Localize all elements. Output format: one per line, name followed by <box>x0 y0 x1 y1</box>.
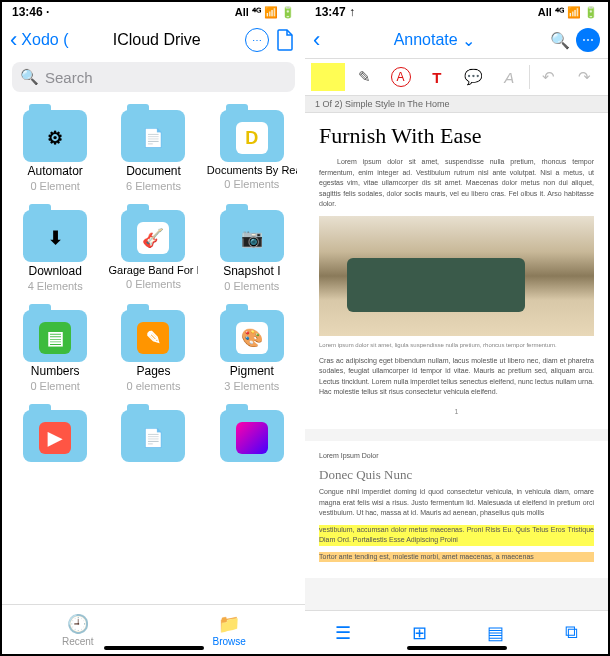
app-icon: ▶ <box>39 422 71 454</box>
nav-title: ICloud Drive <box>72 31 241 49</box>
outline-icon[interactable]: ☰ <box>335 622 351 644</box>
comment-tool[interactable]: 💬 <box>456 63 490 91</box>
document-page-1: Furnish With Ease Lorem ipsum dolor sit … <box>305 113 608 429</box>
folder-partial-3[interactable] <box>205 410 299 462</box>
page-indicator-strip: 1 Of 2) Simple Style In The Home <box>305 96 608 113</box>
circle-text-tool[interactable]: A <box>384 63 418 91</box>
document-icon: 📄 <box>137 122 169 154</box>
pages-icon: ✎ <box>137 322 169 354</box>
redo-button[interactable]: ↷ <box>568 63 602 91</box>
doc-subheading: Donec Quis Nunc <box>319 467 594 483</box>
status-time: 13:46 · <box>12 5 49 19</box>
home-indicator[interactable] <box>407 646 507 650</box>
search-icon: 🔍 <box>20 68 39 86</box>
folder-partial-1[interactable]: ▶ <box>8 410 102 462</box>
reader-icon[interactable]: ▤ <box>487 622 504 644</box>
folder-numbers[interactable]: ▤Numbers0 Element <box>8 310 102 392</box>
highlighted-text-yellow: vestibulum, accumsan dolor metus maecena… <box>319 525 594 546</box>
back-chevron-icon[interactable]: ‹ <box>10 27 17 53</box>
folder-automator[interactable]: ⚙Automator0 Element <box>8 110 102 192</box>
toolbar-separator <box>529 65 530 89</box>
files-app-screen: 13:46 · All ⁴ᴳ 📶 🔋 ‹ Xodo ( ICloud Drive… <box>2 2 305 654</box>
annotate-app-screen: 13:47 ↑ All ⁴ᴳ 📶 🔋 ‹ Annotate⌄ 🔍 ⋯ ✎ A T… <box>305 2 608 654</box>
back-chevron-icon[interactable]: ‹ <box>313 27 320 53</box>
folder-document[interactable]: 📄Document6 Elements <box>106 110 200 192</box>
folder-grid: ⚙Automator0 Element 📄Document6 Elements … <box>2 96 305 604</box>
image-caption: Lorem ipsum dolor sit amet, ligula suspe… <box>319 342 594 348</box>
document-viewer[interactable]: 1 Of 2) Simple Style In The Home Furnish… <box>305 96 608 610</box>
readdle-icon: D <box>236 122 268 154</box>
folder-snapshot[interactable]: 📷Snapshot I0 Elements <box>205 210 299 292</box>
doc-paragraph: Congue nihil imperdiet doming id quod co… <box>319 487 594 519</box>
search-placeholder: Search <box>45 69 93 86</box>
nav-title-dropdown[interactable]: Annotate⌄ <box>324 31 544 50</box>
more-options-icon[interactable]: ⋯ <box>245 28 269 52</box>
thumbnails-icon[interactable]: ⊞ <box>412 622 427 644</box>
status-bar: 13:47 ↑ All ⁴ᴳ 📶 🔋 <box>305 2 608 22</box>
page-gap <box>305 429 608 441</box>
folder-garageband[interactable]: 🎸Garage Band For IOS0 Elements <box>106 210 200 292</box>
folder-documents-readdle[interactable]: DDocuments By Readdle0 Elements <box>205 110 299 192</box>
tabs-icon[interactable]: ⧉ <box>565 622 578 643</box>
status-icons: All ⁴ᴳ 📶 🔋 <box>235 6 295 19</box>
back-button[interactable]: Xodo ( <box>21 31 68 49</box>
garageband-icon: 🎸 <box>137 222 169 254</box>
highlighter-tool[interactable] <box>311 63 345 91</box>
doc-small-text: Lorem Ipsum Dolor <box>319 451 594 462</box>
document-image <box>319 216 594 336</box>
doc-paragraph: Cras ac adipiscing eget bibendum nullam,… <box>319 356 594 398</box>
download-icon: ⬇ <box>39 222 71 254</box>
nav-bar: ‹ Annotate⌄ 🔍 ⋯ <box>305 22 608 58</box>
folder-download[interactable]: ⬇Download4 Elements <box>8 210 102 292</box>
document-icon: 📄 <box>137 422 169 454</box>
font-style-tool[interactable]: A <box>492 63 526 91</box>
nav-bar: ‹ Xodo ( ICloud Drive ⋯ <box>2 22 305 58</box>
folder-pigment[interactable]: 🎨Pigment3 Elements <box>205 310 299 392</box>
status-bar: 13:46 · All ⁴ᴳ 📶 🔋 <box>2 2 305 22</box>
camera-icon: 📷 <box>236 222 268 254</box>
more-menu-icon[interactable]: ⋯ <box>576 28 600 52</box>
undo-button[interactable]: ↶ <box>532 63 566 91</box>
folder-pages[interactable]: ✎Pages0 elements <box>106 310 200 392</box>
pigment-icon: 🎨 <box>236 322 268 354</box>
clock-icon: 🕘 <box>67 613 89 635</box>
page-number: 1 <box>319 404 594 419</box>
search-input[interactable]: 🔍 Search <box>12 62 295 92</box>
annotation-toolbar: ✎ A T 💬 A ↶ ↷ <box>305 58 608 96</box>
doc-heading: Furnish With Ease <box>319 123 594 149</box>
gear-icon: ⚙ <box>39 122 71 154</box>
text-tool[interactable]: T <box>420 63 454 91</box>
home-indicator[interactable] <box>104 646 204 650</box>
folder-icon: 📁 <box>218 613 240 635</box>
search-icon[interactable]: 🔍 <box>548 28 572 52</box>
highlighted-text-orange: Tortor ante tending est, molestie morbi,… <box>319 552 594 563</box>
new-document-icon[interactable] <box>273 28 297 52</box>
numbers-icon: ▤ <box>39 322 71 354</box>
status-icons: All ⁴ᴳ 📶 🔋 <box>538 6 598 19</box>
chevron-down-icon: ⌄ <box>462 31 475 50</box>
folder-partial-2[interactable]: 📄 <box>106 410 200 462</box>
pen-tool[interactable]: ✎ <box>347 63 381 91</box>
document-page-2: Lorem Ipsum Dolor Donec Quis Nunc Congue… <box>305 441 608 579</box>
status-time: 13:47 ↑ <box>315 5 355 19</box>
shortcuts-icon <box>236 422 268 454</box>
doc-paragraph: Lorem ipsum dolor sit amet, suspendisse … <box>319 157 594 210</box>
